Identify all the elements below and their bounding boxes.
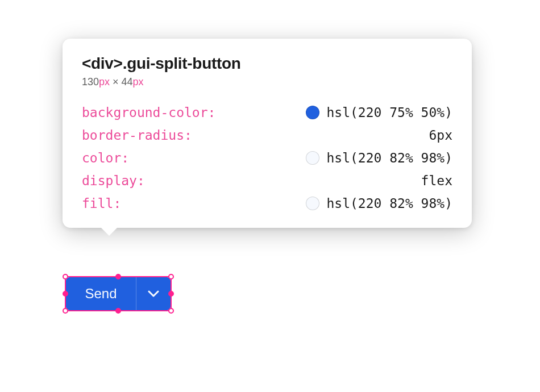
- property-name: border-radius:: [82, 128, 192, 143]
- inspector-dimensions: 130px × 44px: [82, 76, 452, 88]
- property-value: hsl(220 75% 50%): [306, 105, 452, 120]
- property-value-text: hsl(220 82% 98%): [326, 151, 452, 165]
- dimension-separator: ×: [110, 76, 122, 87]
- width-unit: px: [99, 76, 110, 87]
- property-row: display:flex: [82, 173, 452, 188]
- property-row: fill:hsl(220 82% 98%): [82, 196, 452, 211]
- property-value: flex: [421, 173, 452, 188]
- inspector-tooltip: <div>.gui-split-button 130px × 44px back…: [63, 39, 472, 228]
- inspector-properties-list: background-color:hsl(220 75% 50%)border-…: [82, 105, 452, 211]
- send-button[interactable]: Send: [66, 277, 136, 310]
- color-swatch-icon: [306, 151, 319, 165]
- chevron-down-icon: [148, 290, 159, 297]
- height-unit: px: [133, 76, 144, 87]
- height-value: 44: [122, 76, 133, 87]
- dropdown-toggle-button[interactable]: [136, 277, 171, 310]
- property-row: border-radius:6px: [82, 128, 452, 143]
- width-value: 130: [82, 76, 99, 87]
- property-value: hsl(220 82% 98%): [306, 196, 452, 211]
- property-row: color:hsl(220 82% 98%): [82, 151, 452, 165]
- property-name: background-color:: [82, 105, 215, 120]
- property-value: 6px: [429, 128, 452, 143]
- element-class: .gui-split-button: [123, 55, 241, 72]
- gui-split-button[interactable]: Send: [66, 277, 171, 310]
- inspector-element-selector: <div>.gui-split-button: [82, 55, 452, 73]
- property-name: color:: [82, 151, 129, 165]
- color-swatch-icon: [306, 197, 319, 210]
- property-row: background-color:hsl(220 75% 50%): [82, 105, 452, 120]
- property-value-text: hsl(220 75% 50%): [326, 105, 452, 120]
- property-value-text: hsl(220 82% 98%): [326, 196, 452, 211]
- property-value-text: flex: [421, 173, 452, 188]
- property-name: fill:: [82, 196, 121, 211]
- property-name: display:: [82, 173, 145, 188]
- send-button-label: Send: [85, 286, 117, 302]
- inspected-element-region: Send: [66, 277, 171, 310]
- property-value: hsl(220 82% 98%): [306, 151, 452, 165]
- property-value-text: 6px: [429, 128, 452, 143]
- element-tag: <div>: [82, 55, 123, 72]
- color-swatch-icon: [306, 106, 319, 119]
